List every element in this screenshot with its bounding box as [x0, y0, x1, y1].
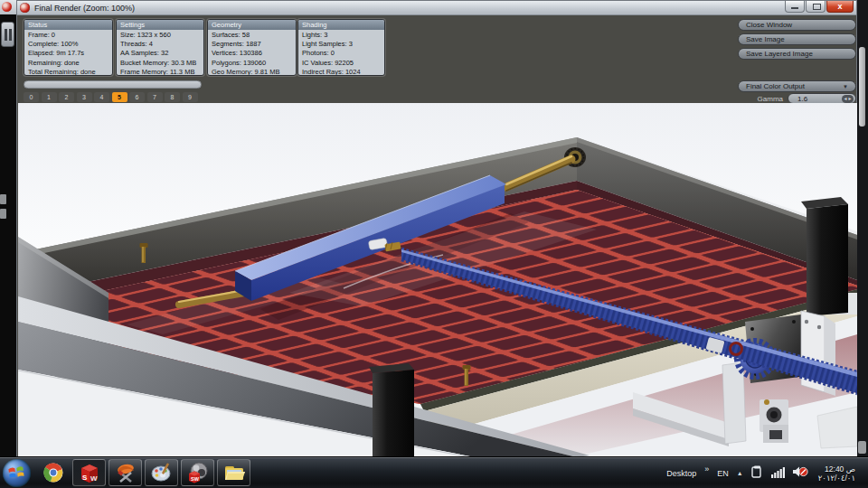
bucket-1: 1	[42, 92, 57, 102]
svg-text:SW: SW	[191, 476, 200, 482]
stat-line: Geo Memory: 9.81 MB	[212, 68, 292, 76]
panel-settings: SettingsSize: 1323 x 560Threads: 4AA Sam…	[116, 19, 204, 76]
stat-line: Light Samples: 3	[302, 40, 381, 49]
chevron-down-icon: ▼	[843, 84, 848, 89]
background-window-right-edge	[857, 0, 868, 488]
window-title: Final Render (Zoom: 100%)	[34, 4, 135, 13]
show-desktop-button[interactable]: Desktop	[666, 469, 696, 478]
save-image-button[interactable]: Save Image	[738, 33, 856, 45]
stat-line: Size: 1323 x 560	[120, 31, 200, 40]
stat-line: AA Samples: 32	[120, 49, 200, 58]
render-scene	[18, 103, 857, 457]
stat-line: Frame: 0	[28, 31, 108, 40]
scrollbar[interactable]	[859, 47, 865, 127]
bucket-5: 5	[112, 92, 127, 102]
bucket-row: 0123456789	[24, 92, 198, 102]
overflow-chevron[interactable]: »	[704, 465, 709, 474]
bucket-7: 7	[147, 92, 163, 102]
chrome-icon[interactable]	[36, 459, 70, 486]
stat-line: Frame Memory: 11.3 MB	[120, 68, 200, 76]
render-progress-bar	[24, 80, 202, 89]
bucket-8: 8	[165, 92, 180, 102]
stat-line: IC Values: 92205	[302, 59, 381, 68]
volume-muted-icon[interactable]	[793, 465, 808, 482]
panel-geometry: GeometrySurfaces: 58Segments: 1887Vertic…	[207, 19, 297, 76]
gamma-value: 1.6	[797, 95, 842, 103]
clock[interactable]: 12:40 ص ٢٠١٢/٠٤/٠١	[818, 465, 855, 483]
edge-mark	[0, 209, 6, 219]
paint-icon[interactable]	[145, 459, 178, 486]
photoview-render-icon	[2, 2, 12, 12]
solidworks-icon[interactable]: S W	[72, 459, 106, 486]
close-window-button[interactable]: Close Window	[738, 19, 856, 31]
gamma-spinner-icon[interactable]: ◄►	[842, 95, 854, 103]
stat-line: Complete: 100%	[28, 40, 108, 49]
background-titlebar-fragment	[0, 0, 16, 14]
clock-time: 12:40 ص	[818, 465, 855, 474]
stat-line: Segments: 1887	[212, 40, 292, 49]
stat-line: Indirect Rays: 1024	[302, 68, 381, 76]
photoview-icon[interactable]: SW	[181, 459, 214, 486]
action-center-icon[interactable]	[751, 465, 763, 482]
background-window-left-edge	[0, 0, 16, 488]
start-button[interactable]	[3, 459, 31, 487]
panel-shading: ShadingLights: 3Light Samples: 3Photons:…	[297, 19, 385, 76]
stat-line: Total Remaining: done	[28, 68, 108, 76]
render-viewport	[18, 103, 857, 457]
render-toolzone: StatusFrame: 0Complete: 100%Elapsed: 9m …	[18, 16, 855, 103]
titlebar[interactable]: Final Render (Zoom: 100%) x	[17, 1, 856, 15]
bucket-2: 2	[59, 92, 74, 102]
scrollbar-thumb[interactable]	[858, 441, 866, 454]
maximize-button[interactable]	[806, 1, 826, 13]
taskbar: S W	[0, 456, 868, 488]
stat-line: Elapsed: 9m 17.7s	[28, 49, 108, 58]
bucket-9: 9	[183, 92, 198, 102]
photoview-render-icon	[20, 3, 30, 13]
output-mode-value: Final Color Output	[746, 82, 805, 90]
panel-title: Shading	[298, 20, 384, 30]
svg-text:W: W	[90, 474, 98, 483]
stat-line: Lights: 3	[302, 31, 381, 40]
bucket-0: 0	[24, 92, 39, 102]
svg-text:S: S	[82, 474, 88, 482]
stat-line: Bucket Memory: 30.3 MB	[120, 59, 200, 68]
stat-line: Polygons: 139060	[212, 59, 292, 68]
corner-post	[801, 197, 848, 316]
final-render-window: Final Render (Zoom: 100%) x StatusFrame:…	[16, 0, 857, 457]
network-icon[interactable]	[771, 465, 785, 482]
clock-date: ٢٠١٢/٠٤/٠١	[818, 474, 855, 483]
action-buttons: Close WindowSave ImageSave Layered Image	[738, 16, 856, 60]
stat-line: Surfaces: 58	[212, 31, 292, 40]
gamma-label: Gamma	[758, 95, 783, 103]
hidden-icons-arrow[interactable]: ▲	[737, 470, 743, 476]
stat-line: Photons: 0	[302, 49, 381, 58]
explorer-icon[interactable]	[217, 459, 250, 486]
edge-mark	[0, 194, 6, 204]
image-editor-icon[interactable]	[108, 459, 142, 486]
desktop-screen: Final Render (Zoom: 100%) x StatusFrame:…	[0, 0, 868, 488]
close-button[interactable]: x	[826, 1, 854, 13]
stat-line: Threads: 4	[120, 40, 200, 49]
bucket-4: 4	[94, 92, 109, 102]
panel-title: Settings	[117, 20, 203, 30]
language-indicator[interactable]: EN	[717, 469, 729, 478]
system-tray: Desktop » EN ▲ 12:40 ص ٢٠١٢/٠٤/٠١	[666, 457, 855, 488]
bucket-6: 6	[129, 92, 145, 102]
bucket-3: 3	[77, 92, 92, 102]
stat-line: Remaining: done	[28, 59, 108, 68]
output-mode-dropdown[interactable]: Final Color Output▼	[738, 78, 856, 92]
panel-status: StatusFrame: 0Complete: 100%Elapsed: 9m …	[24, 19, 113, 76]
stat-line: Vertices: 130386	[212, 49, 292, 58]
minimize-button[interactable]	[785, 1, 805, 13]
panel-title: Geometry	[208, 20, 296, 30]
save-layered-image-button[interactable]: Save Layered Image	[738, 48, 856, 60]
corner-post	[369, 363, 414, 457]
taskbar-apps: S W	[36, 459, 250, 486]
windows-flag-icon	[8, 465, 25, 482]
pause-button[interactable]	[1, 22, 14, 47]
panel-title: Status	[24, 20, 112, 30]
